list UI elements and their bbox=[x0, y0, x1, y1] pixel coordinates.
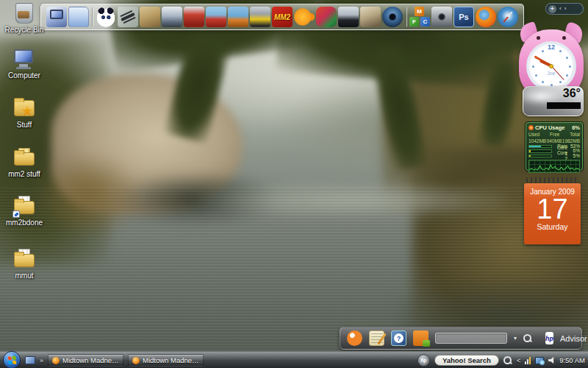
dock-computer-icon[interactable] bbox=[46, 7, 67, 27]
gadgets-prev-button[interactable]: ‹ bbox=[559, 4, 562, 14]
weather-location-bar bbox=[547, 102, 581, 109]
folder-pages-icon bbox=[12, 249, 36, 271]
weather-gadget[interactable]: 36° bbox=[523, 86, 584, 116]
add-gadget-button[interactable]: + bbox=[548, 5, 556, 13]
cat-eye bbox=[562, 36, 566, 40]
mfc-c-block: C bbox=[420, 17, 430, 26]
dock-safari-icon[interactable] bbox=[498, 7, 518, 27]
mfc-f-block: F bbox=[409, 17, 419, 26]
dock-separator bbox=[92, 7, 93, 26]
advisor-search-input[interactable] bbox=[435, 333, 507, 344]
folder-star-icon bbox=[12, 98, 36, 120]
taskbar: » Midtown Madness 2... Midtown Madness 2… bbox=[0, 351, 588, 368]
dock-panda-icon[interactable] bbox=[96, 7, 116, 27]
calendar-gadget[interactable]: January 2009 17 Saturday bbox=[524, 177, 581, 244]
desktop-icon-recycle-bin[interactable]: Recycle Bin bbox=[1, 3, 47, 35]
cpu-col-used: Used bbox=[528, 132, 539, 138]
desktop-icon-mmut[interactable]: mmut bbox=[1, 249, 47, 280]
cpu-mem-used: 1042MB bbox=[528, 138, 546, 144]
dock-goldfish-icon[interactable] bbox=[294, 7, 315, 27]
gadget-controls: + ‹ › bbox=[545, 3, 584, 15]
desktop-icon-computer[interactable]: Computer bbox=[1, 49, 47, 80]
start-button[interactable] bbox=[3, 351, 21, 368]
advisor-help-icon[interactable]: ? bbox=[391, 330, 406, 346]
hp-tray-icon[interactable]: hp bbox=[417, 354, 430, 367]
desktop-icon-label: mm2bdone bbox=[6, 219, 43, 227]
photoshop-text: Ps bbox=[459, 13, 468, 21]
clock-center-cap bbox=[549, 64, 553, 68]
desktop-icon-mm2bdone[interactable]: mm2bdone bbox=[1, 196, 47, 227]
dock-tow-truck-icon[interactable] bbox=[228, 7, 248, 27]
advisor-notepad-icon[interactable] bbox=[369, 330, 384, 346]
dock-semi-truck-icon[interactable] bbox=[162, 7, 182, 27]
recycle-bin-icon bbox=[12, 3, 36, 25]
dock-photoshop-icon[interactable]: Ps bbox=[453, 7, 474, 27]
mm2-task-icon bbox=[132, 357, 140, 364]
dock-red-truck-icon[interactable] bbox=[184, 7, 204, 27]
dock-parrot-icon[interactable] bbox=[316, 7, 337, 27]
desktop-icon-label: Computer bbox=[8, 72, 40, 80]
desktop: MM2 M F C Ps + ‹ › Recycle Bin Computer … bbox=[0, 0, 588, 368]
core2-value: 5% bbox=[570, 153, 580, 159]
advisor-globe-icon[interactable] bbox=[347, 330, 362, 346]
wallpaper bbox=[0, 0, 588, 368]
signal-tray-icon[interactable] bbox=[525, 357, 531, 364]
dock-vintage-car-icon[interactable] bbox=[360, 7, 381, 27]
cpu-gadget[interactable]: CPU Usage 6% Used Free Total 1042MB 940M… bbox=[526, 122, 583, 171]
dock-firefox-icon[interactable] bbox=[476, 7, 496, 27]
dock-yellow-car-icon[interactable] bbox=[250, 7, 270, 27]
temperature-value: 36° bbox=[563, 87, 581, 100]
calendar-spiral-binding bbox=[526, 177, 578, 183]
cpu-history-graph bbox=[528, 160, 580, 173]
cpu-usage-value: 6% bbox=[572, 124, 580, 131]
calendar-page: January 2009 17 Saturday bbox=[524, 183, 581, 244]
dock-mm2-logo-icon[interactable]: MM2 bbox=[272, 7, 293, 27]
windows-flag-icon bbox=[8, 355, 17, 364]
taskbar-task-mm2-1[interactable]: Midtown Madness 2... bbox=[48, 354, 123, 367]
tray-collapse-chevron[interactable]: < bbox=[517, 357, 520, 364]
core2-meter: Core 2 5% bbox=[528, 154, 580, 159]
mfc-m-block: M bbox=[415, 7, 424, 16]
advisor-shopping-icon[interactable] bbox=[413, 330, 429, 346]
quick-launch-overflow-chevron[interactable]: » bbox=[40, 357, 43, 364]
calendar-day-number: 17 bbox=[524, 196, 581, 222]
clock-name-label: Joe bbox=[526, 71, 576, 76]
desktop-icon-label: mm2 stuff bbox=[8, 171, 40, 179]
fan-icon bbox=[528, 125, 534, 130]
desktop-icon-stuff[interactable]: Stuff bbox=[1, 98, 47, 130]
advisor-search-icon[interactable] bbox=[523, 334, 532, 343]
desktop-icon-mm2-stuff[interactable]: mm2 stuff bbox=[1, 147, 47, 179]
advisor-brand-label: Advisor bbox=[560, 334, 587, 343]
help-question-glyph: ? bbox=[394, 333, 404, 343]
calendar-weekday: Saturday bbox=[524, 222, 581, 231]
network-tray-icon[interactable] bbox=[535, 357, 544, 364]
dock-camera-icon[interactable] bbox=[431, 7, 452, 27]
desktop-icon-label: mmut bbox=[15, 272, 34, 280]
gadgets-next-button[interactable]: › bbox=[564, 4, 567, 14]
dock-folder-icon[interactable] bbox=[68, 7, 89, 27]
taskbar-clock[interactable]: 9:50 AM bbox=[559, 356, 585, 364]
clock-twelve-label: 12 bbox=[526, 43, 576, 51]
quick-launch-desktop-icon[interactable] bbox=[25, 356, 35, 364]
dock-ship-icon[interactable] bbox=[338, 7, 359, 27]
cpu-title: CPU Usage bbox=[535, 124, 572, 131]
hp-advisor-bar: ? ▾ hp Advisor bbox=[340, 327, 582, 350]
computer-icon bbox=[12, 49, 36, 71]
cpu-col-free: Free bbox=[550, 132, 559, 138]
search-dropdown-arrow[interactable]: ▾ bbox=[514, 335, 517, 342]
dock-airplane-icon[interactable] bbox=[118, 7, 138, 27]
tray-search-icon[interactable] bbox=[503, 356, 512, 365]
taskbar-task-mm2-2[interactable]: Midtown Madness 2... bbox=[128, 354, 204, 367]
task-label: Midtown Madness 2... bbox=[143, 356, 199, 364]
folder-shortcut-icon bbox=[12, 196, 36, 218]
dock-mfc-blocks-icon[interactable]: M F C bbox=[409, 7, 430, 27]
dock-dragon-icon[interactable] bbox=[382, 7, 403, 27]
volume-tray-icon[interactable] bbox=[548, 357, 555, 364]
yahoo-search-button[interactable]: Yahoo! Search bbox=[434, 355, 499, 366]
dock-fire-truck-icon[interactable] bbox=[206, 7, 226, 27]
desktop-icon-label: Recycle Bin bbox=[5, 26, 44, 35]
dock-dump-truck-icon[interactable] bbox=[140, 7, 160, 27]
mm2-task-icon bbox=[52, 357, 60, 364]
hp-logo: hp bbox=[545, 332, 553, 344]
app-dock: MM2 M F C Ps bbox=[40, 4, 524, 30]
